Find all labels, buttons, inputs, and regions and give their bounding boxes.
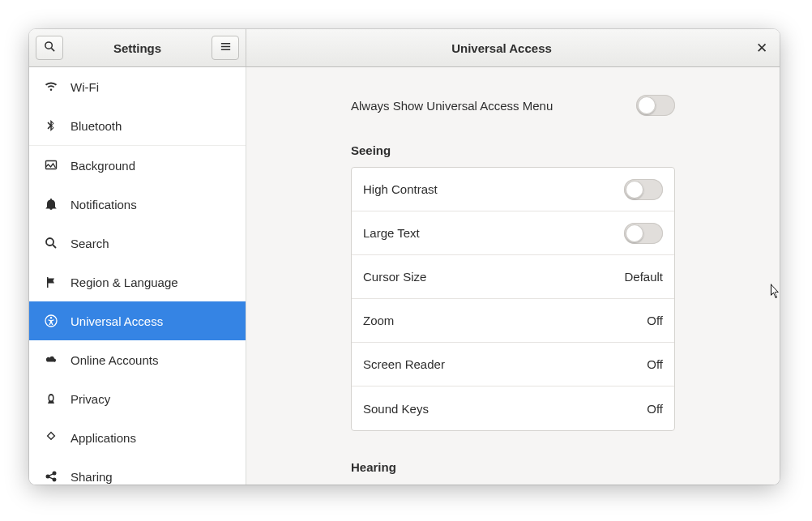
svg-line-7 <box>53 245 56 248</box>
sidebar-item-notifications[interactable]: Notifications <box>29 185 246 224</box>
always-show-menu-switch[interactable] <box>636 95 675 116</box>
svg-line-14 <box>49 474 53 476</box>
wifi-icon <box>44 79 58 94</box>
sidebar-item-background[interactable]: Background <box>29 146 246 185</box>
row-sound-keys[interactable]: Sound Keys Off <box>352 386 674 430</box>
sidebar-item-label: Online Accounts <box>71 353 158 367</box>
high-contrast-switch[interactable] <box>624 179 663 200</box>
svg-point-6 <box>46 238 53 246</box>
privacy-icon <box>44 391 58 406</box>
search-icon <box>44 41 56 55</box>
notifications-icon <box>44 197 58 211</box>
applications-icon <box>44 430 58 445</box>
sidebar-item-sharing[interactable]: Sharing <box>29 457 246 485</box>
sidebar-item-label: Bluetooth <box>71 119 122 133</box>
row-value: Off <box>647 357 663 371</box>
sidebar-item-bluetooth[interactable]: Bluetooth <box>29 106 246 145</box>
row-label: High Contrast <box>363 182 438 196</box>
row-cursor-size[interactable]: Cursor Size Default <box>352 255 674 299</box>
row-value: Off <box>647 314 663 327</box>
svg-point-11 <box>46 475 49 478</box>
background-icon <box>44 158 58 173</box>
large-text-switch[interactable] <box>624 223 663 244</box>
headerbar: Settings Universal Access ✕ <box>29 29 780 67</box>
sidebar-item-label: Background <box>71 159 135 173</box>
sidebar-item-search[interactable]: Search <box>29 224 246 263</box>
sidebar-item-label: Notifications <box>71 198 137 211</box>
sidebar-item-label: Universal Access <box>71 314 163 328</box>
row-value: Off <box>647 402 663 416</box>
sidebar-item-label: Wi-Fi <box>71 80 99 94</box>
row-label: Large Text <box>363 226 420 240</box>
settings-window: Settings Universal Access ✕ Wi-Fi <box>29 29 780 485</box>
row-screen-reader[interactable]: Screen Reader Off <box>352 343 674 386</box>
row-value: Default <box>624 270 663 284</box>
search-button[interactable] <box>36 36 63 60</box>
seeing-list: High Contrast Large Text Cursor Size Def… <box>351 167 675 431</box>
close-icon: ✕ <box>756 40 767 57</box>
sharing-icon <box>44 469 58 484</box>
svg-line-1 <box>51 48 54 51</box>
sidebar-item-label: Sharing <box>71 470 113 484</box>
online-accounts-icon <box>44 352 58 367</box>
row-label: Cursor Size <box>363 270 426 284</box>
headerbar-right: Universal Access ✕ <box>246 29 780 66</box>
row-large-text[interactable]: Large Text <box>352 211 674 255</box>
menu-button[interactable] <box>212 36 239 60</box>
section-seeing-title: Seeing <box>351 143 675 157</box>
svg-line-15 <box>49 477 53 479</box>
row-label: Screen Reader <box>363 357 445 371</box>
region-icon <box>44 275 58 289</box>
sidebar-item-universal-access[interactable]: Universal Access <box>29 301 246 340</box>
row-high-contrast[interactable]: High Contrast <box>352 168 674 211</box>
main-scroll[interactable]: Always Show Universal Access Menu Seeing… <box>246 67 780 485</box>
svg-rect-10 <box>48 433 55 440</box>
hamburger-icon <box>220 41 232 55</box>
row-label: Sound Keys <box>363 402 429 416</box>
row-label: Zoom <box>363 314 394 327</box>
sidebar[interactable]: Wi-Fi Bluetooth Background Notifications <box>29 67 246 485</box>
sidebar-item-label: Region & Language <box>71 275 178 289</box>
universal-access-icon <box>44 314 58 328</box>
svg-point-12 <box>53 472 56 475</box>
scroll-spacer <box>295 484 731 485</box>
sidebar-item-wifi[interactable]: Wi-Fi <box>29 67 246 106</box>
sidebar-item-online-accounts[interactable]: Online Accounts <box>29 340 246 379</box>
sidebar-item-region[interactable]: Region & Language <box>29 263 246 301</box>
sidebar-item-label: Privacy <box>71 392 110 406</box>
sidebar-item-label: Applications <box>71 431 136 445</box>
svg-point-9 <box>50 317 52 318</box>
close-button[interactable]: ✕ <box>750 36 773 59</box>
panel-title: Universal Access <box>253 41 750 55</box>
bluetooth-icon <box>44 118 58 133</box>
main-panel: Always Show Universal Access Menu Seeing… <box>246 67 780 485</box>
sidebar-item-privacy[interactable]: Privacy <box>29 379 246 418</box>
sidebar-item-applications[interactable]: Applications <box>29 418 246 457</box>
svg-point-0 <box>45 42 51 49</box>
sidebar-item-label: Search <box>71 237 109 250</box>
headerbar-left: Settings <box>29 29 246 66</box>
row-zoom[interactable]: Zoom Off <box>352 299 674 343</box>
content: Wi-Fi Bluetooth Background Notifications <box>29 67 780 485</box>
always-show-menu-row[interactable]: Always Show Universal Access Menu <box>351 95 675 116</box>
settings-title: Settings <box>63 41 212 55</box>
section-hearing-title: Hearing <box>351 460 675 474</box>
search-icon <box>44 236 58 250</box>
always-show-menu-label: Always Show Universal Access Menu <box>351 99 553 113</box>
svg-point-13 <box>53 478 56 481</box>
